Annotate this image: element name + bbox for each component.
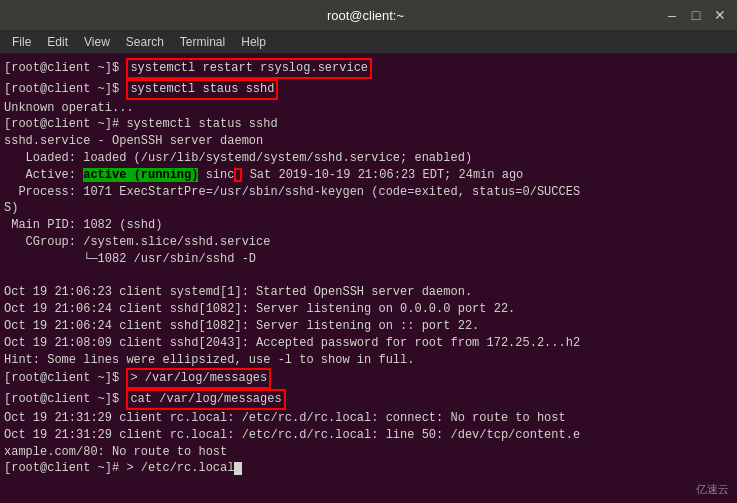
- line-unknown: Unknown operati...: [4, 100, 733, 117]
- line-loaded: Loaded: loaded (/usr/lib/systemd/system/…: [4, 150, 733, 167]
- line-log3: Oct 19 21:06:24 client sshd[1082]: Serve…: [4, 318, 733, 335]
- watermark: 亿速云: [696, 482, 729, 497]
- terminal-output[interactable]: [root@client ~]$ systemctl restart rsysl…: [0, 54, 737, 503]
- line-blank: [4, 268, 733, 285]
- line-service-name: sshd.service - OpenSSH server daemon: [4, 133, 733, 150]
- line-cmd-status: [root@client ~]# systemctl status sshd: [4, 116, 733, 133]
- line-cgroup: CGroup: /system.slice/sshd.service: [4, 234, 733, 251]
- close-button[interactable]: ✕: [711, 6, 729, 24]
- line-final-prompt: [root@client ~]# > /etc/rc.local: [4, 460, 733, 477]
- line-log2: Oct 19 21:06:24 client sshd[1082]: Serve…: [4, 301, 733, 318]
- terminal-window: root@client:~ – □ ✕ File Edit View Searc…: [0, 0, 737, 503]
- menu-search[interactable]: Search: [118, 33, 172, 51]
- line-cgroup-tree: └─1082 /usr/sbin/sshd -D: [4, 251, 733, 268]
- line-active: Active: active (running) sinc Sat 2019-1…: [4, 167, 733, 184]
- line-cmd-var1: [root@client ~]$ > /var/log/messages: [4, 368, 733, 389]
- line-process-cont: S): [4, 200, 733, 217]
- menu-view[interactable]: View: [76, 33, 118, 51]
- menubar: File Edit View Search Terminal Help: [0, 30, 737, 54]
- minimize-button[interactable]: –: [663, 6, 681, 24]
- line-prompt-2: [root@client ~]$ systemctl staus sshd: [4, 79, 733, 100]
- window-controls[interactable]: – □ ✕: [663, 6, 729, 24]
- line-rc3: xample.com/80: No route to host: [4, 444, 733, 461]
- line-log1: Oct 19 21:06:23 client systemd[1]: Start…: [4, 284, 733, 301]
- line-process: Process: 1071 ExecStartPre=/usr/sbin/ssh…: [4, 184, 733, 201]
- line-rc1: Oct 19 21:31:29 client rc.local: /etc/rc…: [4, 410, 733, 427]
- line-prompt-1: [root@client ~]$ systemctl restart rsysl…: [4, 58, 733, 79]
- line-pid: Main PID: 1082 (sshd): [4, 217, 733, 234]
- line-cmd-var2: [root@client ~]$ cat /var/log/messages: [4, 389, 733, 410]
- menu-help[interactable]: Help: [233, 33, 274, 51]
- maximize-button[interactable]: □: [687, 6, 705, 24]
- line-rc2: Oct 19 21:31:29 client rc.local: /etc/rc…: [4, 427, 733, 444]
- line-hint: Hint: Some lines were ellipsized, use -l…: [4, 352, 733, 369]
- menu-file[interactable]: File: [4, 33, 39, 51]
- window-title: root@client:~: [68, 8, 663, 23]
- menu-edit[interactable]: Edit: [39, 33, 76, 51]
- titlebar: root@client:~ – □ ✕: [0, 0, 737, 30]
- line-log4: Oct 19 21:08:09 client sshd[2043]: Accep…: [4, 335, 733, 352]
- menu-terminal[interactable]: Terminal: [172, 33, 233, 51]
